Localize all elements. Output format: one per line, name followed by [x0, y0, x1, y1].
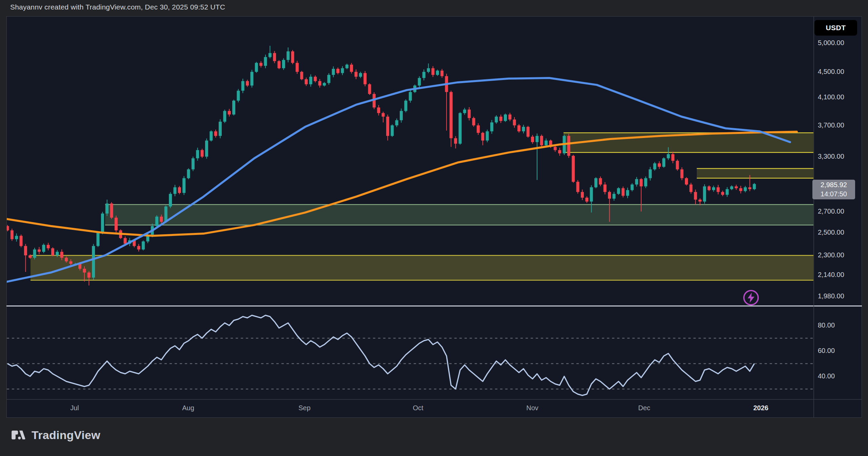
- candle-body: [323, 83, 326, 86]
- candle-body: [287, 51, 290, 60]
- candle-body: [250, 72, 253, 85]
- candle-body: [431, 68, 434, 75]
- rsi-line: [7, 315, 754, 395]
- price-tick-label: 2,300.00: [818, 251, 844, 259]
- candle-body: [354, 72, 357, 77]
- candle-body: [214, 131, 217, 136]
- currency-badge: USDT: [814, 20, 857, 36]
- candle-body: [676, 161, 679, 169]
- price-tick-label: 3,700.00: [818, 121, 844, 129]
- candle-body: [753, 184, 756, 189]
- candle-body: [196, 150, 199, 158]
- candle-body: [42, 245, 45, 252]
- candle-body: [472, 118, 475, 125]
- candle-body: [508, 115, 511, 120]
- support-zone-green: [105, 204, 814, 225]
- candle-body: [558, 150, 561, 154]
- price-tick-label: 3,300.00: [818, 153, 844, 160]
- candle-body: [671, 154, 674, 161]
- candle-body: [698, 200, 702, 202]
- candle-body: [142, 241, 145, 250]
- candle-body: [640, 179, 643, 186]
- candle-body: [219, 122, 222, 136]
- ma-blue-line: [5, 78, 790, 282]
- candle-body: [346, 65, 349, 68]
- candle-body: [567, 136, 570, 156]
- candle-body: [291, 51, 294, 63]
- price-pane[interactable]: [5, 46, 814, 285]
- candle-body: [712, 187, 715, 190]
- candle-body: [418, 78, 421, 85]
- tradingview-logo[interactable]: TradingView: [11, 427, 100, 443]
- candle-body: [192, 158, 195, 170]
- candle-body: [680, 170, 684, 178]
- candle-body: [490, 122, 493, 131]
- time-tick-label: Nov: [526, 404, 538, 412]
- candle-body: [377, 107, 380, 113]
- candle-body: [694, 192, 697, 200]
- candle-body: [517, 125, 520, 132]
- candle-body: [164, 206, 167, 222]
- last-price-label: 2,985.92 14:07:50: [812, 180, 855, 199]
- tradingview-wordmark: TradingView: [32, 429, 100, 442]
- candle-body: [178, 187, 181, 193]
- candle-body: [210, 131, 213, 140]
- candle-body: [527, 127, 530, 137]
- candle-body: [554, 147, 557, 150]
- candle-body: [662, 158, 665, 167]
- rsi-tick-label: 80.00: [818, 321, 835, 329]
- candle-body: [531, 137, 534, 142]
- candle-body: [137, 246, 140, 250]
- candle-body: [246, 81, 249, 85]
- candle-body: [105, 203, 108, 214]
- chart-canvas[interactable]: [0, 0, 868, 456]
- candle-body: [332, 69, 335, 75]
- candle-body: [404, 101, 407, 111]
- candle-body: [545, 141, 548, 145]
- candle-body: [20, 236, 23, 246]
- candle-body: [65, 258, 68, 261]
- candle-body: [282, 60, 285, 68]
- candle-body: [450, 92, 453, 138]
- candle-body: [187, 170, 190, 178]
- candle-body: [631, 184, 634, 190]
- price-tick-label: 2,700.00: [818, 207, 844, 215]
- candle-body: [386, 117, 389, 136]
- candle-body: [223, 111, 226, 122]
- candle-body: [653, 163, 656, 170]
- candle-body: [495, 117, 498, 122]
- lightning-bolt-icon[interactable]: [743, 290, 759, 305]
- bar-countdown: 14:07:50: [821, 190, 847, 199]
- candle-body: [649, 170, 652, 178]
- candle-body: [622, 188, 625, 196]
- candle-body: [173, 187, 176, 194]
- candle-body: [47, 245, 50, 248]
- candle-body: [205, 141, 208, 157]
- candle-body: [124, 238, 127, 244]
- candle-body: [269, 53, 272, 57]
- candle-body: [716, 187, 719, 192]
- candle-body: [689, 184, 692, 192]
- tradingview-mark-icon: [11, 427, 27, 443]
- candle-body: [232, 101, 235, 115]
- candle-body: [115, 218, 118, 231]
- candle-body: [391, 125, 394, 136]
- pane-separator[interactable]: [6, 305, 862, 306]
- candle-body: [6, 226, 9, 231]
- candle-body: [644, 178, 647, 186]
- rsi-pane[interactable]: [7, 315, 814, 395]
- candle-body: [599, 178, 602, 185]
- resistance-zone-lower: [697, 168, 814, 178]
- price-tick-label: 4,100.00: [818, 93, 844, 101]
- candle-body: [363, 73, 367, 84]
- candle-body: [33, 250, 36, 258]
- candle-body: [296, 63, 299, 72]
- candle-body: [327, 75, 330, 83]
- candle-body: [612, 194, 615, 199]
- candle-body: [359, 73, 362, 77]
- candle-body: [440, 71, 443, 76]
- candle-body: [169, 194, 172, 206]
- candle-body: [572, 156, 575, 182]
- candle-body: [726, 189, 729, 195]
- candle-body: [110, 203, 113, 218]
